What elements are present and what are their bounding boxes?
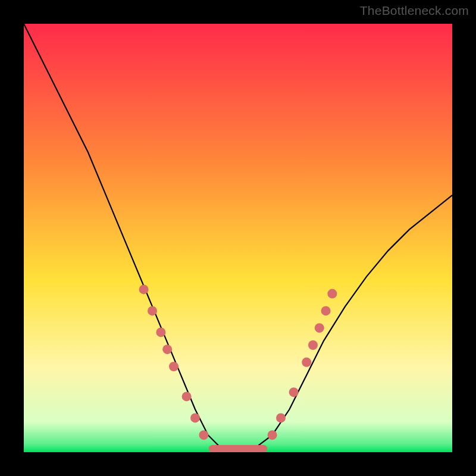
curve-marker [148,306,157,315]
bottleneck-curve [24,24,452,452]
curve-marker [302,358,311,367]
curve-marker [156,327,165,337]
curve-marker [268,430,277,440]
curve-marker [289,387,299,397]
curve-markers [139,284,337,440]
curve-marker [139,284,149,294]
curve-marker [321,306,331,315]
chart-frame: TheBottleneck.com [0,0,476,476]
curve-marker [190,413,200,422]
curve-marker [308,340,318,350]
watermark-text: TheBottleneck.com [360,4,469,18]
plot-area [24,24,452,452]
curve-marker [315,323,324,333]
curve-marker [162,345,172,354]
curve-marker [169,362,178,371]
curve-layer [24,24,452,452]
curve-marker [199,430,208,440]
curve-marker [327,289,337,299]
curve-marker [182,392,192,401]
curve-marker [276,413,286,422]
